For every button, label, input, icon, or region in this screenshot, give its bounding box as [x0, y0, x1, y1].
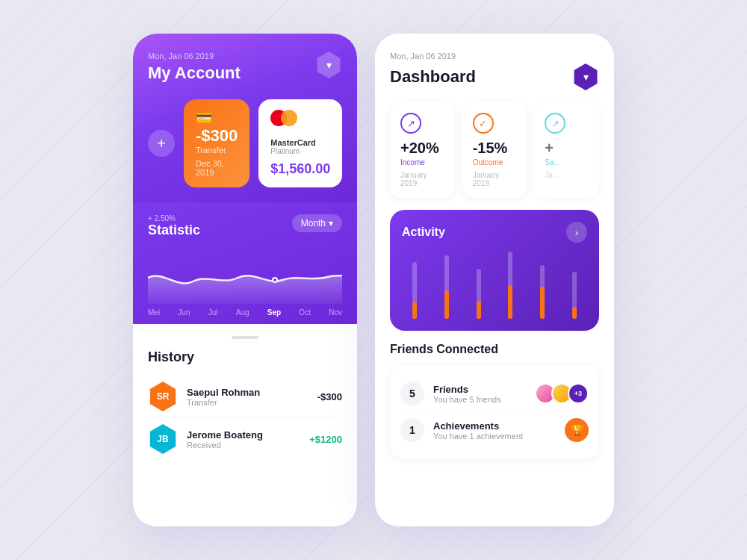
- friends-item-count[interactable]: 5 Friends You have 5 friends +3: [400, 376, 589, 412]
- friends-avatars: +3: [535, 383, 589, 404]
- history-name-sr: Saepul Rohman: [187, 387, 309, 398]
- bar-2: [444, 252, 449, 319]
- stat-percent: + 2.50%: [148, 214, 200, 223]
- bar-fill-6: [572, 307, 577, 319]
- friends-card: 5 Friends You have 5 friends +3 1 Achiev…: [390, 365, 599, 458]
- statistic-chart: [148, 244, 342, 304]
- achievement-info: Achievements You have 1 achievement: [433, 420, 556, 441]
- history-item-jb[interactable]: JB Jerome Boateng Received +$1200: [148, 418, 342, 460]
- stats-cards-row: ↗ +20% Income January 2019 ✓ -15% Outcom…: [390, 102, 599, 198]
- account-title: My Account: [148, 63, 241, 83]
- bar-fill-2: [444, 290, 449, 319]
- friends-info: Friends You have 5 friends: [433, 384, 526, 404]
- statistic-section: + 2.50% Statistic Month ▾: [133, 202, 357, 324]
- orange-card[interactable]: 💳 -$300 Transfer Dec 30, 2019: [184, 99, 249, 187]
- save-icon: ↗: [545, 113, 565, 134]
- income-value: +20%: [400, 140, 444, 157]
- friends-count: 5: [400, 382, 424, 405]
- dashboard-title: Dashboard: [390, 67, 476, 87]
- account-date: Mon, Jan 06 2019: [148, 52, 241, 60]
- outcome-label: Outcome: [473, 158, 517, 167]
- achievement-count: 1: [400, 418, 424, 442]
- bar-fill-5: [540, 287, 545, 319]
- history-amount-jb: +$1200: [309, 434, 342, 445]
- history-item[interactable]: SR Saepul Rohman Transfer -$300: [148, 376, 342, 418]
- outcome-icon: ✓: [473, 113, 494, 134]
- bar-fill-4: [508, 285, 512, 319]
- left-phone: Mon, Jan 06 2019 My Account ▾ + 💳 -$300 …: [133, 34, 357, 526]
- activity-card: Activity ›: [390, 210, 599, 331]
- income-label: Income: [400, 158, 444, 167]
- chart-label-jul: Jul: [208, 308, 218, 317]
- dashboard-header: Mon, Jan 06 2019 Dashboard ▾: [390, 52, 599, 90]
- history-amount-sr: -$300: [317, 391, 342, 402]
- history-title: History: [148, 349, 342, 365]
- friends-title: Friends Connected: [390, 343, 599, 356]
- bar-6: [572, 252, 577, 319]
- activity-bars: [402, 252, 587, 319]
- chart-label-jun: Jun: [178, 308, 190, 317]
- account-dropdown[interactable]: ▾: [315, 52, 342, 78]
- save-date: Ja...: [545, 171, 589, 179]
- history-info-sr: Saepul Rohman Transfer: [187, 387, 309, 407]
- save-card[interactable]: ↗ + Sa... Ja...: [534, 102, 599, 198]
- month-filter-button[interactable]: Month ▾: [292, 214, 342, 232]
- history-sub-sr: Transfer: [187, 398, 309, 407]
- bar-3: [477, 252, 481, 319]
- chart-labels: Mei Jun Jul Aug Sep Oct Nov: [148, 304, 342, 324]
- outcome-date: January 2019: [473, 171, 517, 187]
- bar-5: [540, 252, 545, 319]
- card-label: Transfer: [196, 146, 238, 155]
- account-section: Mon, Jan 06 2019 My Account ▾ + 💳 -$300 …: [133, 34, 357, 202]
- activity-title: Activity: [402, 225, 445, 239]
- history-name-jb: Jerome Boateng: [187, 429, 300, 441]
- cards-row: + 💳 -$300 Transfer Dec 30, 2019 MasterCa…: [148, 99, 342, 187]
- card-date: Dec 30, 2019: [196, 159, 238, 177]
- income-date: January 2019: [400, 171, 444, 187]
- chart-label-sep: Sep: [267, 308, 281, 317]
- history-section: History SR Saepul Rohman Transfer -$300 …: [133, 324, 357, 526]
- history-info-jb: Jerome Boateng Received: [187, 429, 300, 449]
- card-white-tier: Platinum: [270, 147, 316, 155]
- svg-point-1: [273, 279, 276, 281]
- avatar-sr: SR: [148, 382, 178, 411]
- white-card[interactable]: MasterCard Platinum $1,560.00: [258, 99, 342, 187]
- save-label: Sa...: [545, 158, 589, 167]
- card-white-amount: $1,560.00: [270, 161, 330, 177]
- income-icon: ↗: [400, 113, 421, 134]
- mastercard-logo: [270, 110, 297, 126]
- friends-label: Friends: [433, 384, 526, 395]
- card-icon: 💳: [196, 110, 238, 126]
- bar-1: [412, 252, 417, 319]
- drag-handle: [232, 336, 258, 339]
- achievement-sub: You have 1 achievement: [433, 432, 556, 441]
- achievement-badge: 🏆: [565, 418, 589, 442]
- dashboard-dropdown[interactable]: ▾: [572, 63, 599, 90]
- achievement-label: Achievements: [433, 420, 556, 432]
- income-card[interactable]: ↗ +20% Income January 2019: [390, 102, 455, 198]
- outcome-value: -15%: [473, 140, 517, 157]
- chart-label-nov: Nov: [329, 308, 342, 317]
- add-card-button[interactable]: +: [148, 130, 175, 157]
- card-amount: -$300: [196, 126, 238, 146]
- history-sub-jb: Received: [187, 441, 300, 449]
- chart-label-mei: Mei: [148, 308, 160, 317]
- card-white-name: MasterCard: [270, 138, 316, 147]
- activity-nav-button[interactable]: ›: [566, 222, 587, 243]
- dash-date: Mon, Jan 06 2019: [390, 52, 599, 60]
- bar-4: [508, 252, 512, 319]
- chart-label-aug: Aug: [236, 308, 249, 317]
- avatar-jb: JB: [148, 424, 178, 454]
- achievement-item[interactable]: 1 Achievements You have 1 achievement 🏆: [400, 412, 589, 448]
- friends-sub: You have 5 friends: [433, 395, 526, 404]
- friend-avatar-count: +3: [568, 383, 589, 404]
- chart-label-oct: Oct: [299, 308, 311, 317]
- bar-fill-1: [412, 302, 417, 319]
- right-phone: Mon, Jan 06 2019 Dashboard ▾ ↗ +20% Inco…: [375, 34, 614, 526]
- stat-title: Statistic: [148, 223, 200, 238]
- outcome-card[interactable]: ✓ -15% Outcome January 2019: [462, 102, 527, 198]
- bar-fill-3: [477, 301, 481, 319]
- save-value: +: [545, 140, 589, 157]
- friends-section: Friends Connected 5 Friends You have 5 f…: [390, 343, 599, 508]
